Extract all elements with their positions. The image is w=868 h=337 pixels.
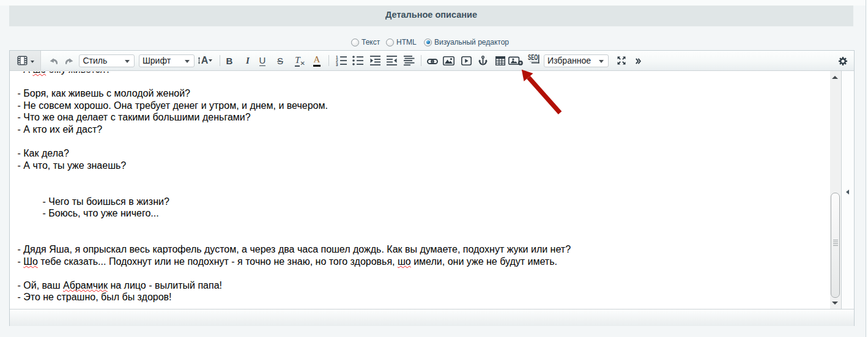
svg-text:SEO: SEO <box>528 53 538 62</box>
svg-text:3: 3 <box>336 62 338 66</box>
